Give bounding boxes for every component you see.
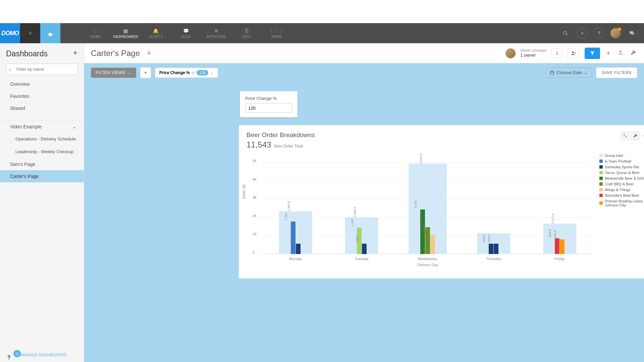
- nav-item-data[interactable]: 🗄DATA: [231, 23, 262, 43]
- sidebar-link-favorites[interactable]: Favorites: [0, 90, 84, 102]
- sidebar-section-video-example[interactable]: Video Example ⌄: [0, 120, 84, 133]
- choose-date-button[interactable]: Choose Date ⌄: [545, 67, 592, 78]
- y-axis-label: Sales ($): [242, 184, 246, 199]
- nav-item-appstore[interactable]: ❋APPSTORE: [201, 23, 231, 43]
- y-tick: 5K: [253, 159, 257, 163]
- legend-item[interactable]: Premier Bowling Lanes of Johnson City: [599, 199, 644, 207]
- day-group: 2,350.81,782568.8Monday: [263, 154, 329, 254]
- y-tick: 4K: [253, 177, 257, 181]
- day-group: 1,671.6868.8802.8Friday: [527, 154, 593, 254]
- owner-info[interactable]: Owner (change) 1 owner: [520, 48, 547, 58]
- main: Carter's Page Owner (change) 1 owner 1 +: [84, 43, 644, 362]
- legend-label: Craft BBQ & Beer: [605, 182, 634, 186]
- nav-item-buzz[interactable]: 💬BUZZ: [171, 23, 201, 43]
- chip-field: Price Change %: [159, 70, 190, 75]
- filter-input[interactable]: [6, 64, 78, 75]
- nav-icon: 💬: [183, 28, 189, 34]
- owner-avatar[interactable]: [505, 48, 516, 58]
- legend-item[interactable]: A-Town Poolhall: [599, 159, 644, 163]
- nav-item-dashboards[interactable]: ▤DASHBOARDS: [111, 23, 141, 43]
- bar-value: 568.8: [482, 235, 486, 242]
- sidebar-sub[interactable]: Leadership - Weekly Checkup: [0, 145, 84, 158]
- canvas: Price Change % Beer Order Breakdowns 11,…: [84, 82, 644, 362]
- price-change-input[interactable]: [245, 104, 292, 113]
- wrench-icon[interactable]: [631, 131, 640, 140]
- legend-item[interactable]: Tacos, Queso & Beer: [599, 171, 644, 175]
- sidebar-link-overview[interactable]: Overview: [0, 78, 84, 90]
- owner-count: 1 owner: [520, 53, 547, 58]
- x-tick: Friday: [527, 257, 593, 261]
- legend-item[interactable]: Gameday Sports Bar: [599, 165, 644, 169]
- conversation-icon[interactable]: [627, 28, 637, 39]
- sidebar-page[interactable]: Sam's Page: [0, 158, 84, 170]
- add-icon[interactable]: +: [605, 48, 612, 59]
- nav-right: ?: [560, 28, 644, 39]
- logo-domo[interactable]: DOMO: [0, 23, 20, 43]
- bar-value: 2,350.8: [287, 201, 290, 211]
- bar[interactable]: 568.8: [489, 244, 493, 254]
- add-filter-button[interactable]: +: [140, 67, 151, 78]
- filter-button[interactable]: [585, 48, 600, 59]
- bar-value: 4,942.8: [419, 154, 423, 164]
- sidebar-page[interactable]: Carter's Page: [0, 170, 84, 182]
- bar[interactable]: 802.8: [560, 239, 565, 254]
- filter-views-button[interactable]: FILTER VIEWS ⌄: [91, 68, 136, 78]
- viewer-count-badge[interactable]: 1: [551, 48, 562, 58]
- top-nav: DOMO + ⌂HOME▤DASHBOARDS🔔ALERTS💬BUZZ❋APPS…: [0, 23, 644, 43]
- org-tile-icon[interactable]: [40, 23, 60, 43]
- share-icon[interactable]: [616, 49, 625, 58]
- filter-bar: FILTER VIEWS ⌄ + Price Change % is 120 ⌄…: [84, 63, 644, 82]
- bar[interactable]: 1,470: [425, 227, 430, 254]
- avatar[interactable]: [610, 28, 621, 38]
- nav-item-home[interactable]: ⌂HOME: [80, 23, 111, 43]
- legend-item[interactable]: Group total: [599, 154, 644, 158]
- manage-dashboards-link[interactable]: MANAGE DASHBOARDS: [20, 353, 67, 357]
- bar[interactable]: 568.8: [494, 244, 498, 254]
- badge: 1: [13, 350, 21, 357]
- expand-icon[interactable]: [621, 131, 630, 140]
- bar[interactable]: 868.8: [555, 238, 559, 254]
- legend-swatch-icon: [599, 171, 603, 174]
- bar[interactable]: 1,036.8: [430, 235, 435, 254]
- bar-value: 2,008.8: [353, 207, 357, 217]
- add-icon[interactable]: [577, 28, 588, 39]
- nav-item-alerts[interactable]: 🔔ALERTS: [141, 23, 171, 43]
- legend-swatch-icon: [599, 182, 603, 186]
- save-filters-button[interactable]: SAVE FILTERS: [596, 67, 637, 78]
- bar-value: 868.8: [548, 229, 552, 237]
- legend-item[interactable]: Asheville's Best Beer: [599, 193, 644, 197]
- filter-chip[interactable]: Price Change % is 120 ⌄: [155, 68, 218, 78]
- legend-label: Premier Bowling Lanes of Johnson City: [605, 199, 644, 207]
- add-person-button[interactable]: [567, 48, 580, 58]
- nav-item-more[interactable]: ⋮⋮⋮MORE: [262, 23, 292, 43]
- pin-icon[interactable]: [73, 51, 78, 57]
- search-icon[interactable]: [560, 28, 571, 39]
- legend-item[interactable]: Weaverville Beer & Grill: [599, 176, 644, 180]
- bar[interactable]: 568.8: [362, 244, 367, 254]
- wrench-icon[interactable]: [629, 49, 637, 58]
- legend-item[interactable]: Craft BBQ & Beer: [599, 182, 644, 186]
- sidebar-link-shared[interactable]: Shared: [0, 102, 84, 114]
- sidebar-title: Dashboards: [6, 49, 48, 58]
- legend-swatch-icon: [599, 201, 603, 205]
- sidebar-sub[interactable]: Operations - Delivery Schedule: [0, 133, 84, 145]
- day-group: 568.8568.8Thursday: [461, 154, 527, 254]
- nav-label: BUZZ: [181, 35, 191, 39]
- legend-item[interactable]: Wingz & Thingz: [599, 188, 644, 192]
- share-card-icon[interactable]: [641, 131, 644, 140]
- owner-change-link[interactable]: Owner (change): [520, 48, 547, 53]
- nav-icon: ⌂: [94, 28, 97, 34]
- legend-swatch-icon: [599, 165, 603, 169]
- svg-point-6: [572, 51, 574, 53]
- legend-swatch-icon: [599, 188, 603, 191]
- nav-label: ALERTS: [149, 35, 163, 39]
- page-header: Carter's Page Owner (change) 1 owner 1 +: [84, 43, 644, 63]
- lock-icon[interactable]: [147, 50, 151, 56]
- bar[interactable]: 568.8: [296, 244, 301, 254]
- help-icon[interactable]: ?: [7, 355, 11, 361]
- app-switcher-icon[interactable]: +: [20, 23, 40, 43]
- help-icon[interactable]: ?: [594, 28, 604, 39]
- svg-rect-9: [550, 71, 554, 74]
- day-group: 2,008.81,440568.8Tuesday: [329, 154, 395, 254]
- bar-value: 2,436: [414, 201, 417, 208]
